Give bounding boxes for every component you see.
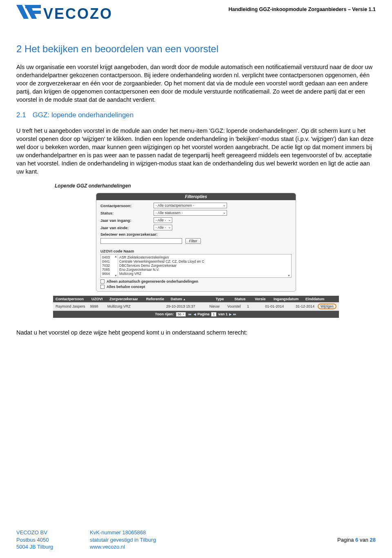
list-item[interactable]: 0441 [102,259,116,263]
col-contactpersoon[interactable]: Contactpersoon [56,297,91,301]
footer-stat: statutair gevestigd in Tilburg [90,536,265,544]
label-contactpersoon: Contactpersoon: [100,203,154,208]
col-zorgverzekeraar[interactable]: Zorgverzekeraar [109,297,146,301]
logo-text: VECOZO [43,5,113,22]
table-row: Raymond Jaspers 9998 Multizorg VRZ 29-10… [53,302,339,311]
col-ingangsdatum[interactable]: Ingangsdatum [274,297,305,301]
col-uzovi[interactable]: UZOVI [91,297,109,301]
checkbox-auto[interactable] [100,279,105,283]
label-select-zv: Selecteer een zorgverzekeraar: [100,232,158,237]
pager: Toon rijen: 50 ⏮ ◀ Pagina 1 van 1 ▶ ⏭ [53,311,339,318]
scroll-down-icon[interactable]: ▼ [114,274,117,277]
sort-asc-icon: ▲ [183,298,186,301]
prev-page-icon[interactable]: ◀ [194,312,196,316]
col-referentie[interactable]: Referentie [146,297,171,301]
footer-org: VECOZO BV [16,529,90,536]
paragraph-3: Nadat u het voorstel op deze wijze hebt … [16,328,376,337]
embedded-screenshot: Lopende GGZ onderhandelingen Filteroptie… [53,183,339,318]
list-item[interactable]: Multizorg VRZ [119,272,290,276]
col-einddatum[interactable]: Einddatum [305,297,334,301]
list-item[interactable]: ASR Ziektekostenverzekeringen [119,255,290,259]
scroll-up-icon[interactable]: ▲ [114,255,117,258]
list-item[interactable]: 7085 [102,268,116,272]
list-item[interactable]: DBCServices Demo Zorgverzekeraar [119,263,290,268]
svg-rect-2 [25,5,41,8]
footer-site: www.vecozo.nl [90,543,265,551]
filter-panel: Filteropties Contactpersoon: - Alle cont… [96,193,296,292]
select-jaar-ingang[interactable]: - Alle - [154,217,172,223]
page-number: Pagina 6 van 28 [265,537,376,543]
first-page-icon[interactable]: ⏮ [188,312,192,316]
rows-select[interactable]: 50 [176,312,186,317]
list-item[interactable]: Centrale Verwerkingseenheid CZ: CZ, Delt… [119,259,290,263]
select-jaar-einde[interactable]: - Alle - [154,225,172,230]
col-type[interactable]: Type [216,297,234,301]
footer-postcode: 5004 JB Tilburg [16,543,90,551]
footer-postbus: Postbus 4050 [16,536,90,544]
col-status[interactable]: Status [234,297,255,301]
next-page-icon[interactable]: ▶ [229,312,232,316]
checkbox-concept[interactable] [100,285,105,289]
doc-title: Handleiding GGZ-inkoopmodule Zorgaanbied… [229,7,376,12]
filter-button[interactable]: Filter [185,238,201,244]
wijzigen-link[interactable]: Wijzigen [318,304,336,309]
logo-mark-icon [16,5,41,23]
paragraph-1: Als uw organisatie een voorstel krijgt a… [16,63,376,104]
label-jaar-einde: Jaar van einde: [100,225,154,230]
last-page-icon[interactable]: ⏭ [233,312,236,316]
footer-kvk: KvK-nummer 18065868 [90,529,265,536]
zv-listbox[interactable]: ▲ 0403 0441 7032 7085 9664 ▼ ASR Ziektek… [100,254,292,278]
label-checkbox-concept: Alles behalve concept [107,285,145,289]
scroll-down-icon[interactable]: ▼ [287,274,290,277]
section-heading: 2 Het bekijken en beoordelen van een voo… [16,43,376,55]
select-status[interactable]: - Alle statussen - [154,210,227,216]
svg-rect-3 [29,11,41,14]
subsection-heading: 2.1GGZ: lopende onderhandelingen [16,111,376,119]
page-input[interactable]: 1 [211,312,216,317]
list-item[interactable]: 7032 [102,263,116,268]
page-footer: VECOZO BV Postbus 4050 5004 JB Tilburg K… [16,529,376,551]
label-checkbox-auto: Alleen automatisch gegenereerde onderhan… [107,279,198,283]
results-header: Contactpersoon UZOVI Zorgverzekeraar Ref… [53,296,339,302]
screenshot-title: Lopende GGZ onderhandelingen [55,183,339,189]
input-zv-search[interactable] [100,238,182,244]
col-versie[interactable]: Versie [255,297,274,301]
col-datum[interactable]: Datum▲ [171,297,216,301]
filter-panel-header: Filteropties [96,193,296,200]
select-contactpersoon[interactable]: - Alle contactpersonen - [154,203,227,208]
label-uzovi-naam: UZOVI code Naam [100,249,296,253]
list-item[interactable]: Eno Zorgverzekeraar N.V. [119,268,290,272]
paragraph-2: U treft het u aangeboden voorstel in de … [16,127,376,176]
label-status: Status: [100,211,154,215]
logo: VECOZO [16,5,113,23]
label-jaar-ingang: Jaar van ingang: [100,218,154,223]
